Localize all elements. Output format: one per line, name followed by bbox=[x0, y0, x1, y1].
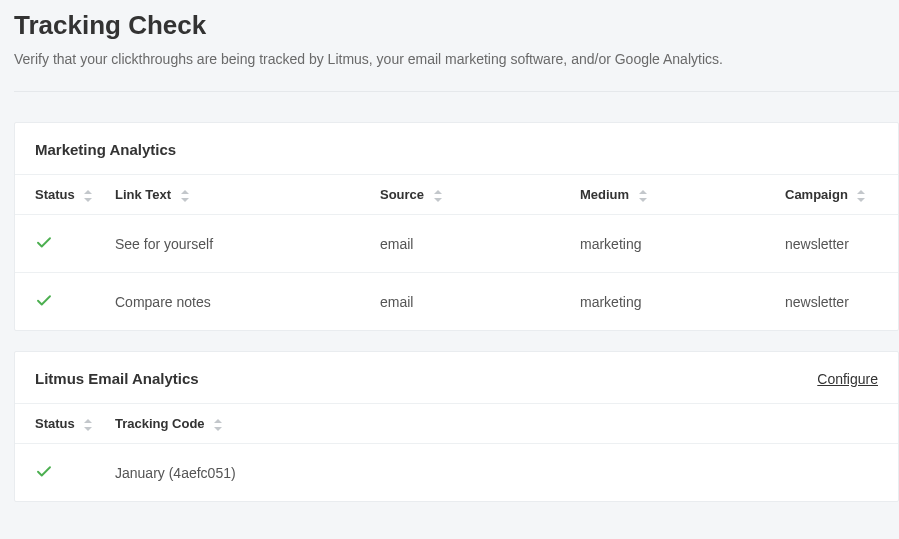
check-icon bbox=[35, 233, 53, 251]
panel-header: Litmus Email Analytics Configure bbox=[15, 352, 898, 403]
cell-medium: marketing bbox=[580, 215, 785, 273]
panel-header: Marketing Analytics bbox=[15, 123, 898, 174]
column-header-label: Link Text bbox=[115, 187, 171, 202]
cell-status bbox=[15, 444, 115, 502]
check-icon bbox=[35, 291, 53, 309]
column-header-label: Source bbox=[380, 187, 424, 202]
litmus-analytics-panel: Litmus Email Analytics Configure Status … bbox=[14, 351, 899, 502]
table-header-row: Status Link Text Source Medium bbox=[15, 175, 898, 215]
sort-icon bbox=[84, 190, 92, 202]
marketing-analytics-panel: Marketing Analytics Status Link Text Sou… bbox=[14, 122, 899, 331]
table-row: Compare notes email marketing newsletter bbox=[15, 273, 898, 331]
table-row: See for yourself email marketing newslet… bbox=[15, 215, 898, 273]
check-icon bbox=[35, 462, 53, 480]
panel-title-marketing: Marketing Analytics bbox=[35, 141, 176, 158]
cell-source: email bbox=[380, 215, 580, 273]
column-header-label: Status bbox=[35, 187, 75, 202]
cell-source: email bbox=[380, 273, 580, 331]
column-header-label: Campaign bbox=[785, 187, 848, 202]
table-row: January (4aefc051) bbox=[15, 444, 898, 502]
column-header-tracking-code[interactable]: Tracking Code bbox=[115, 404, 898, 444]
column-header-label: Medium bbox=[580, 187, 629, 202]
column-header-label: Status bbox=[35, 416, 75, 431]
panel-title-litmus: Litmus Email Analytics bbox=[35, 370, 199, 387]
column-header-link-text[interactable]: Link Text bbox=[115, 175, 380, 215]
sort-icon bbox=[639, 190, 647, 202]
cell-campaign: newsletter bbox=[785, 273, 898, 331]
cell-status bbox=[15, 273, 115, 331]
cell-tracking-code: January (4aefc051) bbox=[115, 444, 898, 502]
column-header-medium[interactable]: Medium bbox=[580, 175, 785, 215]
column-header-status[interactable]: Status bbox=[15, 404, 115, 444]
divider bbox=[14, 91, 899, 92]
marketing-table: Status Link Text Source Medium bbox=[15, 174, 898, 330]
column-header-source[interactable]: Source bbox=[380, 175, 580, 215]
column-header-label: Tracking Code bbox=[115, 416, 205, 431]
cell-status bbox=[15, 215, 115, 273]
sort-icon bbox=[214, 419, 222, 431]
page-title: Tracking Check bbox=[14, 10, 899, 41]
cell-medium: marketing bbox=[580, 273, 785, 331]
configure-link[interactable]: Configure bbox=[817, 371, 878, 387]
litmus-table: Status Tracking Code January (4aefc051) bbox=[15, 403, 898, 501]
sort-icon bbox=[84, 419, 92, 431]
table-header-row: Status Tracking Code bbox=[15, 404, 898, 444]
cell-link-text: See for yourself bbox=[115, 215, 380, 273]
cell-campaign: newsletter bbox=[785, 215, 898, 273]
sort-icon bbox=[181, 190, 189, 202]
sort-icon bbox=[434, 190, 442, 202]
page-subtitle: Verify that your clickthroughs are being… bbox=[14, 51, 899, 67]
cell-link-text: Compare notes bbox=[115, 273, 380, 331]
sort-icon bbox=[857, 190, 865, 202]
column-header-campaign[interactable]: Campaign bbox=[785, 175, 898, 215]
column-header-status[interactable]: Status bbox=[15, 175, 115, 215]
